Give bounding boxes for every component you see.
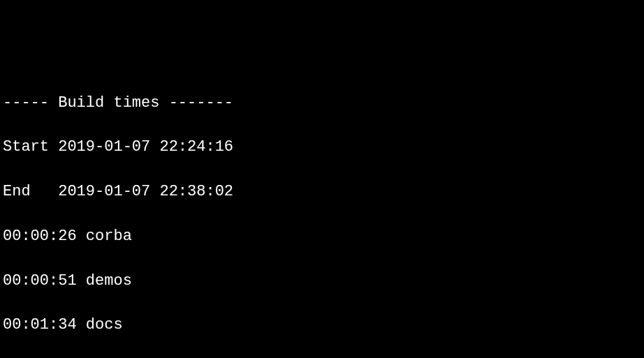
build-row: 00:01:34 docs — [3, 314, 641, 336]
build-time: 00:01:34 — [3, 316, 77, 334]
end-label: End — [3, 183, 49, 200]
end-value: 2019-01-07 22:38:02 — [58, 183, 233, 200]
build-name: demos — [86, 272, 132, 290]
start-value: 2019-01-07 22:24:16 — [58, 138, 233, 156]
end-line: End 2019-01-07 22:38:02 — [3, 181, 641, 203]
start-line: Start 2019-01-07 22:24:16 — [3, 136, 641, 158]
build-name: corba — [86, 228, 132, 245]
build-row: 00:00:51 demos — [3, 270, 641, 292]
build-time: 00:00:51 — [3, 272, 77, 290]
build-times-header: ----- Build times ------- — [3, 92, 641, 114]
build-row: 00:00:26 corba — [3, 225, 641, 248]
build-name: docs — [86, 316, 123, 334]
start-label: Start — [3, 138, 49, 156]
build-time: 00:00:26 — [3, 228, 77, 245]
